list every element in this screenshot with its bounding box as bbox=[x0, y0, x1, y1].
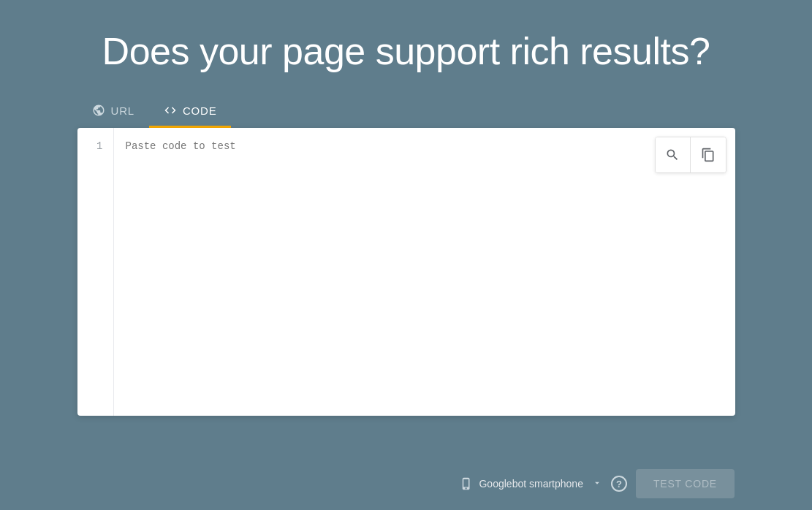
code-input[interactable] bbox=[114, 128, 735, 416]
line-number-1: 1 bbox=[96, 140, 102, 152]
copy-icon bbox=[701, 148, 716, 162]
code-editor: 1 bbox=[77, 128, 735, 416]
line-numbers: 1 bbox=[77, 128, 114, 416]
page-wrapper: Does your page support rich results? URL… bbox=[0, 0, 812, 416]
globe-icon bbox=[92, 104, 105, 117]
dropdown-arrow-icon bbox=[592, 478, 602, 490]
tab-url-label: URL bbox=[111, 104, 134, 117]
search-button[interactable] bbox=[656, 137, 691, 172]
tabs-container: URL CODE bbox=[77, 96, 735, 128]
device-selector[interactable]: Googlebot smartphone bbox=[460, 477, 602, 490]
device-label: Googlebot smartphone bbox=[479, 478, 583, 490]
bottom-bar: Googlebot smartphone ? TEST CODE bbox=[0, 457, 812, 510]
search-icon bbox=[665, 148, 680, 162]
help-icon[interactable]: ? bbox=[611, 476, 627, 492]
help-label: ? bbox=[616, 479, 622, 490]
code-brackets-icon bbox=[164, 104, 177, 117]
smartphone-icon bbox=[460, 477, 473, 490]
code-area-wrapper bbox=[114, 128, 735, 416]
page-title: Does your page support rich results? bbox=[102, 29, 710, 73]
tab-code[interactable]: CODE bbox=[149, 96, 232, 128]
tab-code-label: CODE bbox=[183, 104, 217, 117]
test-code-button[interactable]: TEST CODE bbox=[636, 469, 735, 498]
copy-button[interactable] bbox=[691, 137, 726, 172]
editor-toolbar bbox=[655, 137, 726, 173]
tab-url[interactable]: URL bbox=[77, 96, 149, 128]
